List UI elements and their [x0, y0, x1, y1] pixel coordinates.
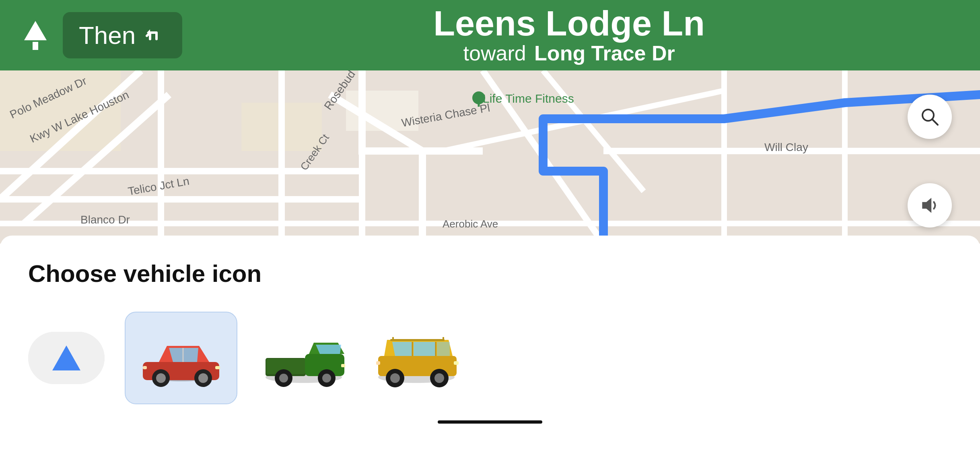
- svg-rect-25: [215, 366, 220, 369]
- truck-car-icon: [257, 324, 350, 392]
- svg-rect-50: [376, 361, 380, 365]
- svg-rect-49: [454, 361, 459, 365]
- vehicle-options: [28, 312, 952, 404]
- panel-title: Choose vehicle icon: [28, 260, 952, 288]
- svg-line-16: [932, 119, 938, 125]
- toward-line: toward Long Trace Dr: [182, 41, 956, 65]
- then-badge: Then: [63, 12, 182, 58]
- svg-point-34: [322, 374, 331, 383]
- sedan-vehicle-option[interactable]: [125, 312, 237, 404]
- svg-point-46: [390, 373, 400, 383]
- sound-button[interactable]: [908, 183, 952, 228]
- toward-prefix: toward: [463, 41, 526, 65]
- svg-rect-38: [390, 339, 445, 341]
- arrow-nav-container: [28, 332, 105, 384]
- nav-header: Then Leens Lodge Ln toward Long Trace Dr: [0, 0, 980, 70]
- sedan-car-icon: [135, 324, 227, 392]
- street-name: Leens Lodge Ln: [182, 6, 956, 41]
- svg-marker-17: [922, 198, 931, 213]
- sound-icon: [919, 194, 941, 216]
- svg-rect-42: [437, 342, 450, 356]
- svg-text:Aerobic Ave: Aerobic Ave: [443, 218, 498, 230]
- svg-text:Life Time Fitness: Life Time Fitness: [483, 92, 574, 105]
- straight-arrow-icon: [24, 21, 47, 40]
- svg-rect-40: [443, 337, 444, 341]
- truck-vehicle-option[interactable]: [257, 324, 350, 392]
- arrow-nav-icon: [52, 345, 80, 370]
- search-icon: [919, 106, 940, 127]
- toward-street: Long Trace Dr: [534, 41, 675, 65]
- suv-vehicle-option[interactable]: [370, 324, 463, 392]
- search-button[interactable]: [908, 95, 952, 139]
- home-indicator: [438, 420, 542, 424]
- svg-point-24: [198, 373, 208, 383]
- map-svg: Polo Meadow Dr Kwy W Lake Houston Telico…: [0, 70, 980, 244]
- svg-point-22: [156, 373, 166, 383]
- suv-car-icon: [370, 324, 463, 392]
- svg-rect-26: [143, 366, 147, 369]
- svg-rect-41: [414, 342, 436, 356]
- turn-left-icon: [143, 24, 166, 47]
- svg-rect-35: [341, 364, 345, 367]
- map-container: Polo Meadow Dr Kwy W Lake Houston Telico…: [0, 70, 980, 244]
- arrow-stem: [33, 42, 38, 50]
- then-label: Then: [79, 21, 136, 50]
- svg-text:Will Clay: Will Clay: [764, 141, 808, 153]
- svg-text:Blanco Dr: Blanco Dr: [80, 213, 130, 226]
- svg-point-48: [434, 373, 444, 383]
- bottom-panel: Choose vehicle icon: [0, 236, 980, 440]
- svg-rect-39: [392, 337, 394, 341]
- svg-point-32: [279, 374, 288, 383]
- arrow-vehicle-option[interactable]: [28, 332, 105, 384]
- straight-arrow-container: [24, 21, 47, 50]
- nav-street-info: Leens Lodge Ln toward Long Trace Dr: [182, 6, 956, 65]
